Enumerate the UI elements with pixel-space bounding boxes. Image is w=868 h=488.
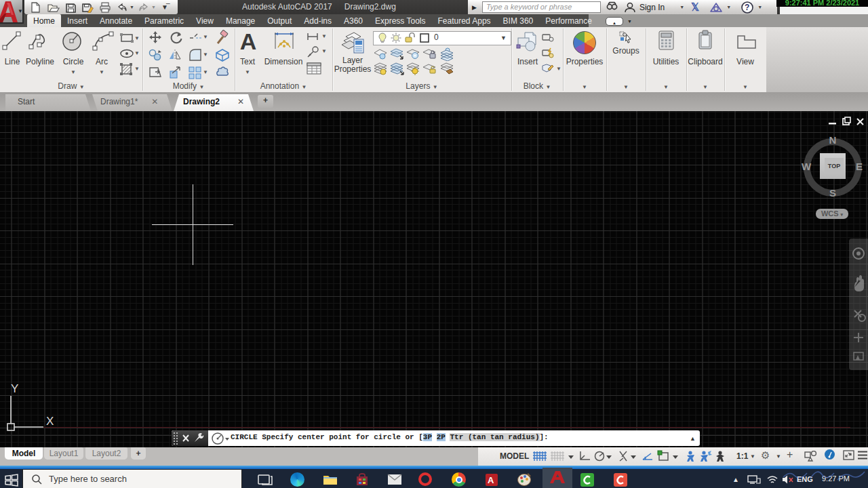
- svg-text:𝕏: 𝕏: [691, 2, 699, 13]
- svg-text:?: ?: [745, 3, 749, 12]
- svg-text:A: A: [488, 475, 494, 485]
- svg-text:X: X: [46, 415, 54, 428]
- svg-text:Y: Y: [11, 382, 18, 395]
